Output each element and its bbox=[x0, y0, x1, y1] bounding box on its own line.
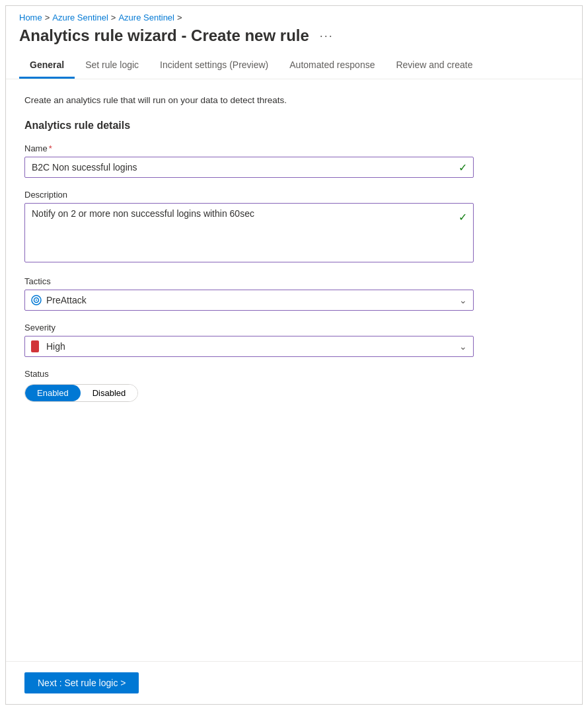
description-valid-icon: ✓ bbox=[459, 211, 467, 223]
status-field-group: Status Enabled Disabled bbox=[24, 369, 564, 402]
severity-field-group: Severity Informational Low Medium High ⌄ bbox=[24, 323, 564, 357]
name-input-wrapper: ✓ bbox=[24, 157, 474, 178]
breadcrumb-sentinel1[interactable]: Azure Sentinel bbox=[52, 13, 108, 22]
status-label: Status bbox=[24, 369, 564, 379]
breadcrumb: Home > Azure Sentinel > Azure Sentinel > bbox=[6, 6, 582, 26]
footer-bar: Next : Set rule logic > bbox=[6, 661, 582, 704]
tactics-field-group: Tactics PreAttack InitialAccess Executio… bbox=[24, 276, 564, 311]
name-field-group: Name* ✓ bbox=[24, 143, 564, 178]
page-title: Analytics rule wizard - Create new rule bbox=[19, 26, 309, 45]
breadcrumb-home[interactable]: Home bbox=[19, 13, 42, 22]
tab-review-create[interactable]: Review and create bbox=[385, 53, 483, 79]
description-textarea[interactable]: Notify on 2 or more non successful login… bbox=[24, 203, 474, 262]
severity-select[interactable]: Informational Low Medium High bbox=[24, 336, 474, 357]
tabs-bar: General Set rule logic Incident settings… bbox=[6, 53, 582, 79]
tab-general[interactable]: General bbox=[19, 53, 75, 79]
tactics-label: Tactics bbox=[24, 276, 564, 286]
subtitle-text: Create an analytics rule that will run o… bbox=[24, 95, 564, 105]
status-toggle-group: Enabled Disabled bbox=[24, 384, 138, 402]
description-textarea-wrapper: Notify on 2 or more non successful login… bbox=[24, 203, 474, 264]
next-button[interactable]: Next : Set rule logic > bbox=[24, 672, 139, 693]
name-input[interactable] bbox=[24, 157, 474, 178]
name-label: Name* bbox=[24, 143, 564, 153]
description-field-group: Description Notify on 2 or more non succ… bbox=[24, 190, 564, 264]
tab-automated-response[interactable]: Automated response bbox=[279, 53, 385, 79]
section-title: Analytics rule details bbox=[24, 120, 564, 132]
page-header: Analytics rule wizard - Create new rule … bbox=[6, 26, 582, 53]
required-star: * bbox=[49, 143, 52, 153]
tactics-select[interactable]: PreAttack InitialAccess Execution Persis… bbox=[24, 290, 474, 311]
breadcrumb-sep-1: > bbox=[45, 13, 50, 22]
description-label: Description bbox=[24, 190, 564, 200]
breadcrumb-sep-2: > bbox=[111, 13, 116, 22]
tab-incident-settings[interactable]: Incident settings (Preview) bbox=[149, 53, 279, 79]
tactics-select-wrapper: PreAttack InitialAccess Execution Persis… bbox=[24, 290, 474, 311]
main-content: Create an analytics rule that will run o… bbox=[6, 79, 582, 661]
breadcrumb-sentinel2[interactable]: Azure Sentinel bbox=[118, 13, 174, 22]
severity-select-wrapper: Informational Low Medium High ⌄ bbox=[24, 336, 474, 357]
breadcrumb-sep-3: > bbox=[177, 13, 182, 22]
severity-label: Severity bbox=[24, 323, 564, 333]
status-disabled-button[interactable]: Disabled bbox=[81, 385, 138, 401]
name-valid-icon: ✓ bbox=[459, 161, 467, 174]
ellipsis-menu-button[interactable]: ··· bbox=[316, 28, 338, 44]
status-enabled-button[interactable]: Enabled bbox=[25, 385, 81, 401]
tab-set-rule-logic[interactable]: Set rule logic bbox=[75, 53, 149, 79]
